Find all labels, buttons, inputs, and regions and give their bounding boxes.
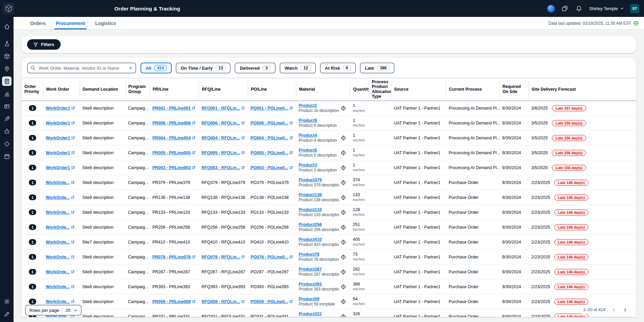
material-link[interactable]: Product410 xyxy=(299,237,339,242)
material-link[interactable]: Product5 xyxy=(299,147,337,153)
previous-page-button[interactable] xyxy=(610,306,617,313)
po-line-link[interactable]: PO006 - POLine0... xyxy=(251,121,293,125)
rows-per-page-select[interactable]: Rows per page 20 xyxy=(25,305,82,316)
sidebar-item-locations[interactable] xyxy=(2,64,12,73)
demand-location-cell: Site8 description xyxy=(80,145,126,160)
filters-button[interactable]: Filters xyxy=(27,39,61,50)
pr-line-link[interactable]: PR001 - PRLine001 xyxy=(152,106,195,111)
app-logo[interactable] xyxy=(3,3,15,14)
material-link[interactable]: Product256 xyxy=(299,222,339,227)
diamond-icon xyxy=(4,141,10,147)
rfq-line-link[interactable]: RFQ003 - RFQLin... xyxy=(201,165,245,170)
po-line-link[interactable]: PO005 - POLine0... xyxy=(251,151,293,155)
work-order-link[interactable]: WorkOrde... xyxy=(46,225,74,230)
po-line-link[interactable]: PO059 - POLine0... xyxy=(251,299,293,304)
rfq-line-link[interactable]: RFQ004 - RFQLin... xyxy=(201,136,245,140)
material-link[interactable]: Product6 xyxy=(299,118,337,123)
tab-logistics[interactable]: Logistics xyxy=(90,17,121,29)
tab-procurement[interactable]: Procurement xyxy=(51,17,90,29)
chip-at-risk[interactable]: At Risk0 xyxy=(320,63,356,73)
material-link[interactable]: Product138 xyxy=(299,192,339,198)
rfq-line-link[interactable]: RFQ078 - RFQLin... xyxy=(201,255,245,259)
po-line-link[interactable]: PO004 - POLine0... xyxy=(251,136,293,140)
work-order-link[interactable]: WorkOrde... xyxy=(46,284,74,289)
work-order-link[interactable]: WorkOrde... xyxy=(46,270,74,274)
material-link[interactable]: Product59 xyxy=(299,296,335,302)
rfq-line-link[interactable]: RFQ005 - RFQLin... xyxy=(201,151,245,155)
source-cell: UAT Partner 1 - Partner1 xyxy=(391,131,446,145)
material-link[interactable]: Product1 xyxy=(299,103,339,108)
material-link[interactable]: Product4 xyxy=(299,133,337,138)
sidebar-item-settings[interactable] xyxy=(2,297,12,306)
sidebar-item-reports[interactable] xyxy=(2,101,12,111)
rfq-line-link[interactable]: RFQ059 - RFQLin... xyxy=(201,299,245,304)
q-assistant-icon[interactable] xyxy=(548,5,555,12)
work-order-link[interactable]: WorkOrder1 xyxy=(46,106,75,111)
work-order-link[interactable]: WorkOrde... xyxy=(46,180,74,185)
po-line-link[interactable]: PO003 - POLine0... xyxy=(251,165,293,170)
po-line-link[interactable]: PO078 - POLine0... xyxy=(251,255,293,259)
chip-delivered[interactable]: Delivered3 xyxy=(235,63,275,73)
chip-watch[interactable]: Watch12 xyxy=(280,63,316,73)
pr-line-link[interactable]: PR004 - PRLine004 xyxy=(152,136,195,140)
work-order-link[interactable]: WorkOrde... xyxy=(46,255,74,259)
allocation-diamond-icon xyxy=(341,269,346,275)
material-link[interactable]: Product3 xyxy=(299,162,337,168)
sidebar-item-experiments[interactable] xyxy=(2,39,12,48)
material-link[interactable]: Product133 xyxy=(299,207,339,212)
chevron-left-icon xyxy=(611,308,616,312)
quantity-uom: eaches xyxy=(353,257,367,262)
external-link-icon xyxy=(71,181,74,184)
po-line-link[interactable]: PO001 - POLine0... xyxy=(251,106,293,111)
sidebar-item-orders[interactable] xyxy=(2,76,12,86)
location-pin-icon xyxy=(4,66,10,72)
material-link[interactable]: Product331 xyxy=(299,311,339,317)
sidebar-item-quality[interactable] xyxy=(2,139,12,148)
chip-on-time-early[interactable]: On Time / Early13 xyxy=(176,63,231,73)
avatar[interactable]: ST xyxy=(630,4,639,13)
work-order-link[interactable]: WorkOrder1 xyxy=(46,165,75,170)
search-input[interactable] xyxy=(27,63,136,73)
sidebar-item-assistant[interactable] xyxy=(2,127,12,136)
next-page-button[interactable] xyxy=(622,306,628,313)
work-order-link[interactable]: WorkOrder1 xyxy=(46,136,75,140)
rfq-line-link[interactable]: RFQ001 - RFQLin... xyxy=(201,106,245,111)
forecast-date: 2/23/2025 xyxy=(531,255,550,259)
quantity-uom: eaches xyxy=(353,183,367,187)
work-order-link[interactable]: WorkOrde... xyxy=(46,299,74,304)
sidebar-item-edit[interactable] xyxy=(2,309,12,319)
material-link[interactable]: Product78 xyxy=(299,252,339,257)
sidebar-item-calendar[interactable] xyxy=(2,152,12,161)
bell-icon xyxy=(576,5,582,12)
work-order-link[interactable]: WorkOrder1 xyxy=(46,151,75,155)
chip-late[interactable]: Late386 xyxy=(360,63,394,73)
forecast-date: 3/6/2025 xyxy=(531,106,548,111)
sidebar-item-home[interactable] xyxy=(2,22,12,31)
pr-line-link[interactable]: PR003 - PRLine003 xyxy=(152,165,195,170)
material-link[interactable]: Product287 xyxy=(299,267,339,272)
pr-line-link[interactable]: PR006 - PRLine006 xyxy=(152,121,195,125)
material-link[interactable]: Product379 xyxy=(299,177,339,183)
material-link[interactable]: Product393 xyxy=(299,281,339,287)
sidebar-item-launch[interactable] xyxy=(2,114,12,123)
pr-line-link[interactable]: PR078 - PRLine078 xyxy=(152,255,195,259)
chip-all[interactable]: All414 xyxy=(141,63,172,73)
program-group-cell: Campaig... xyxy=(126,205,150,220)
work-order-link[interactable]: WorkOrder1 xyxy=(46,121,75,125)
work-order-link[interactable]: WorkOrde... xyxy=(46,210,74,215)
pr-line-link[interactable]: PR059 - PRLine059 xyxy=(152,299,195,304)
notifications-button[interactable] xyxy=(575,4,583,13)
tab-orders[interactable]: Orders xyxy=(25,17,51,29)
work-order-link[interactable]: WorkOrde... xyxy=(46,195,74,200)
search-clear-button[interactable] xyxy=(127,65,134,71)
pr-line-link[interactable]: PR005 - PRLine005 xyxy=(152,151,195,155)
work-order-link[interactable]: WorkOrde... xyxy=(46,240,74,245)
quantity-value: 1 xyxy=(353,118,367,123)
column-header-order-priority: Order Priority xyxy=(22,78,43,101)
user-menu[interactable]: Shirley Temple xyxy=(589,6,624,11)
rfq-line-link[interactable]: RFQ006 - RFQLin... xyxy=(201,121,245,125)
quantity-uom: eaches xyxy=(353,198,367,202)
sidebar-item-analytics[interactable] xyxy=(2,89,12,98)
app-switcher-button[interactable] xyxy=(561,4,569,13)
sidebar-item-inventory[interactable] xyxy=(2,51,12,61)
